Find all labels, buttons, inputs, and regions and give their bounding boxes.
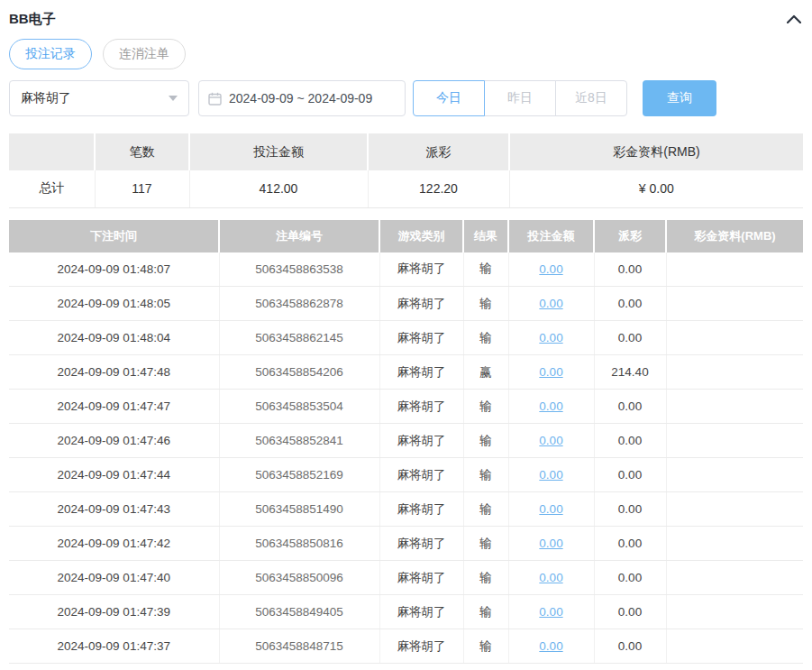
cell-bet-amount: 0.00 bbox=[508, 424, 594, 458]
summary-total-payout: 122.20 bbox=[368, 170, 509, 207]
summary-total-bonus: ¥ 0.00 bbox=[509, 170, 803, 207]
quick-filter-group: 今日 昨日 近8日 bbox=[413, 80, 627, 116]
cell-order-no: 5063458849405 bbox=[219, 595, 379, 629]
tab-cancelled-orders[interactable]: 连消注单 bbox=[103, 39, 186, 69]
table-row: 2024-09-09 01:47:40 5063458850096 麻将胡了 输… bbox=[9, 561, 803, 595]
records-body: 2024-09-09 01:48:07 5063458863538 麻将胡了 输… bbox=[9, 252, 803, 664]
cell-order-no: 5063458853504 bbox=[219, 390, 379, 424]
quick-filter-last-8-days[interactable]: 近8日 bbox=[555, 80, 627, 116]
records-header-payout: 派彩 bbox=[594, 220, 666, 252]
records-header-result: 结果 bbox=[463, 220, 508, 252]
cell-game-type: 麻将胡了 bbox=[379, 390, 463, 424]
chevron-up-icon[interactable] bbox=[785, 10, 803, 28]
cell-bet-time: 2024-09-09 01:48:05 bbox=[9, 287, 219, 321]
calendar-icon bbox=[208, 92, 222, 106]
table-row: 2024-09-09 01:48:07 5063458863538 麻将胡了 输… bbox=[9, 252, 803, 287]
bet-amount-link[interactable]: 0.00 bbox=[539, 605, 562, 619]
cell-payout: 0.00 bbox=[594, 595, 666, 629]
cell-bet-time: 2024-09-09 01:47:43 bbox=[9, 492, 219, 527]
bet-amount-link[interactable]: 0.00 bbox=[539, 639, 562, 653]
game-select[interactable]: 麻将胡了 bbox=[9, 80, 189, 116]
summary-total-count: 117 bbox=[95, 170, 189, 207]
cell-game-type: 麻将胡了 bbox=[379, 527, 463, 561]
cell-payout: 0.00 bbox=[594, 321, 666, 355]
table-row: 2024-09-09 01:47:47 5063458853504 麻将胡了 输… bbox=[9, 390, 803, 424]
cell-order-no: 5063458850096 bbox=[219, 561, 379, 595]
table-row: 2024-09-09 01:47:42 5063458850816 麻将胡了 输… bbox=[9, 527, 803, 561]
bet-amount-link[interactable]: 0.00 bbox=[539, 537, 562, 550]
cell-payout: 0.00 bbox=[594, 492, 666, 527]
cell-payout: 0.00 bbox=[594, 390, 666, 424]
tab-betting-records[interactable]: 投注记录 bbox=[9, 39, 92, 69]
cell-order-no: 5063458854206 bbox=[219, 355, 379, 390]
cell-order-no: 5063458851490 bbox=[219, 492, 379, 527]
bet-amount-link[interactable]: 0.00 bbox=[539, 331, 562, 344]
bet-amount-link[interactable]: 0.00 bbox=[539, 399, 562, 413]
bet-amount-link[interactable]: 0.00 bbox=[539, 434, 562, 447]
cell-bonus bbox=[666, 424, 803, 458]
records-header-bet-amount: 投注金额 bbox=[508, 220, 594, 252]
cell-result: 输 bbox=[463, 527, 508, 561]
cell-game-type: 麻将胡了 bbox=[379, 595, 463, 629]
table-row: 2024-09-09 01:47:44 5063458852169 麻将胡了 输… bbox=[9, 458, 803, 492]
cell-bonus bbox=[666, 629, 803, 664]
cell-bet-amount: 0.00 bbox=[508, 390, 594, 424]
summary-header-count: 笔数 bbox=[95, 133, 189, 170]
cell-bet-time: 2024-09-09 01:47:47 bbox=[9, 390, 219, 424]
bet-amount-link[interactable]: 0.00 bbox=[539, 468, 562, 482]
cell-bonus bbox=[666, 390, 803, 424]
bet-amount-link[interactable]: 0.00 bbox=[539, 365, 562, 379]
records-table: 下注时间 注单编号 游戏类别 结果 投注金额 派彩 彩金资料(RMB) 2024… bbox=[9, 220, 803, 665]
summary-table: 笔数 投注金额 派彩 彩金资料(RMB) 总计 117 412.00 122.2… bbox=[9, 133, 803, 208]
cell-payout: 0.00 bbox=[594, 458, 666, 492]
cell-game-type: 麻将胡了 bbox=[379, 561, 463, 595]
cell-result: 输 bbox=[463, 321, 508, 355]
cell-game-type: 麻将胡了 bbox=[379, 492, 463, 527]
cell-game-type: 麻将胡了 bbox=[379, 629, 463, 664]
bet-amount-link[interactable]: 0.00 bbox=[539, 502, 562, 516]
cell-bet-amount: 0.00 bbox=[508, 321, 594, 355]
cell-order-no: 5063458852169 bbox=[219, 458, 379, 492]
cell-bet-time: 2024-09-09 01:48:07 bbox=[9, 252, 219, 287]
cell-game-type: 麻将胡了 bbox=[379, 287, 463, 321]
table-row: 2024-09-09 01:48:04 5063458862145 麻将胡了 输… bbox=[9, 321, 803, 355]
cell-bonus bbox=[666, 355, 803, 390]
cell-bonus bbox=[666, 561, 803, 595]
cell-payout: 0.00 bbox=[594, 252, 666, 287]
bet-amount-link[interactable]: 0.00 bbox=[539, 262, 562, 276]
records-header-row: 下注时间 注单编号 游戏类别 结果 投注金额 派彩 彩金资料(RMB) bbox=[9, 220, 803, 252]
cell-order-no: 5063458862878 bbox=[219, 287, 379, 321]
cell-payout: 214.40 bbox=[594, 355, 666, 390]
cell-bet-amount: 0.00 bbox=[508, 252, 594, 287]
cell-payout: 0.00 bbox=[594, 561, 666, 595]
cell-bet-time: 2024-09-09 01:47:42 bbox=[9, 527, 219, 561]
table-row: 2024-09-09 01:47:43 5063458851490 麻将胡了 输… bbox=[9, 492, 803, 527]
bet-amount-link[interactable]: 0.00 bbox=[539, 571, 562, 584]
date-range-input[interactable]: 2024-09-09 ~ 2024-09-09 bbox=[198, 80, 406, 116]
bet-amount-link[interactable]: 0.00 bbox=[539, 297, 562, 310]
records-header-game-type: 游戏类别 bbox=[379, 220, 463, 252]
cell-payout: 0.00 bbox=[594, 287, 666, 321]
cell-bet-time: 2024-09-09 01:47:46 bbox=[9, 424, 219, 458]
cell-bet-time: 2024-09-09 01:48:04 bbox=[9, 321, 219, 355]
quick-filter-yesterday[interactable]: 昨日 bbox=[484, 80, 556, 116]
cell-payout: 0.00 bbox=[594, 527, 666, 561]
cell-order-no: 5063458863538 bbox=[219, 252, 379, 287]
cell-bet-time: 2024-09-09 01:47:39 bbox=[9, 595, 219, 629]
cell-bonus bbox=[666, 252, 803, 287]
cell-game-type: 麻将胡了 bbox=[379, 355, 463, 390]
query-button[interactable]: 查询 bbox=[643, 80, 716, 116]
cell-order-no: 5063458852841 bbox=[219, 424, 379, 458]
cell-bet-time: 2024-09-09 01:47:48 bbox=[9, 355, 219, 390]
table-row: 2024-09-09 01:47:37 5063458848715 麻将胡了 输… bbox=[9, 629, 803, 664]
quick-filter-today[interactable]: 今日 bbox=[413, 80, 485, 116]
cell-bet-time: 2024-09-09 01:47:44 bbox=[9, 458, 219, 492]
cell-bonus bbox=[666, 527, 803, 561]
cell-game-type: 麻将胡了 bbox=[379, 424, 463, 458]
summary-header-blank bbox=[9, 133, 95, 170]
cell-payout: 0.00 bbox=[594, 424, 666, 458]
cell-order-no: 5063458862145 bbox=[219, 321, 379, 355]
cell-game-type: 麻将胡了 bbox=[379, 321, 463, 355]
game-select-value: 麻将胡了 bbox=[21, 90, 71, 106]
summary-total-bet-amount: 412.00 bbox=[189, 170, 368, 207]
